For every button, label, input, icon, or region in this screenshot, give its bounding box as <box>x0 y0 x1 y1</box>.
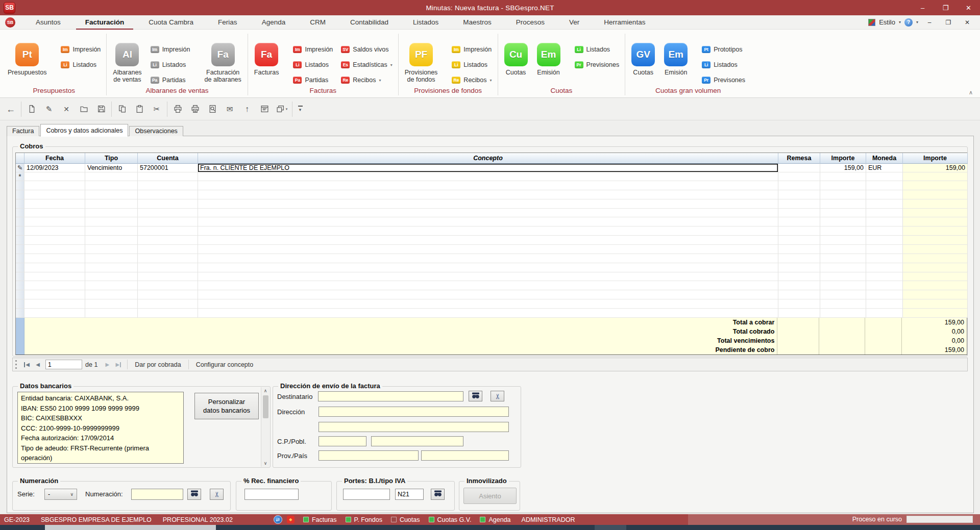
app-logo-small-icon[interactable]: SB <box>5 17 15 28</box>
ribbon-button-listados[interactable]: LiListados <box>702 61 745 68</box>
ribbon-button-albaranes-de-ventas[interactable]: AlAlbaranes de ventas <box>108 43 146 83</box>
cell-fecha[interactable] <box>24 172 85 181</box>
ribbon-button-partidas[interactable]: PaPartidas <box>293 77 333 84</box>
help-icon[interactable]: ? <box>904 18 913 27</box>
toolbar-back-button[interactable]: ← <box>2 100 19 118</box>
column-header-fecha-1[interactable]: Fecha <box>24 153 85 164</box>
first-record-button[interactable]: ◀ <box>21 362 32 367</box>
ribbon-button-emision[interactable]: EmEmisión <box>659 43 692 76</box>
chevron-down-icon[interactable]: ▾ <box>916 20 918 24</box>
column-header-cuenta-3[interactable]: Cuenta <box>138 153 198 164</box>
ribbon-button-previsiones[interactable]: PrPrevisiones <box>575 61 620 68</box>
ribbon-collapse-icon[interactable]: ∧ <box>969 89 973 96</box>
search-tipo-iva-button[interactable] <box>431 489 445 500</box>
cell-concepto[interactable] <box>198 172 778 181</box>
tab-cobros-y-datos-adicionales[interactable]: Cobros y datos adicionales <box>40 124 128 137</box>
dar-por-cobrada-button[interactable]: Dar por cobrada <box>131 361 185 368</box>
tab-observaciones[interactable]: Observaciones <box>129 126 183 136</box>
scroll-thumb[interactable] <box>263 395 268 418</box>
toolbar-cut-button[interactable]: ✂ <box>148 100 165 118</box>
menu-item-contabilidad[interactable]: Contabilidad <box>338 15 401 30</box>
clear-destinatario-button[interactable]: ✂ <box>491 391 504 401</box>
cell-importe_eur[interactable]: 159,00 <box>903 164 968 172</box>
ribbon-button-presupuestos[interactable]: PtPresupuestos <box>3 43 51 76</box>
module-indicator-cuotas-g-v[interactable]: Cuotas G.V. <box>429 516 472 523</box>
cell-importe[interactable]: 159,00 <box>820 164 866 172</box>
cell-cuenta[interactable]: 57200001 <box>138 164 198 172</box>
menu-item-maestros[interactable]: Maestros <box>451 15 504 30</box>
row-edit-indicator[interactable]: ✎ <box>16 164 24 172</box>
scrollbar[interactable]: ∧ ∨ <box>261 387 270 467</box>
tipo-iva-input[interactable] <box>395 489 424 500</box>
module-indicator-facturas[interactable]: Facturas <box>303 516 337 523</box>
ribbon-button-listados[interactable]: LiListados <box>61 61 101 68</box>
search-numeracion-button[interactable] <box>187 489 201 500</box>
tab-factura[interactable]: Factura <box>7 126 39 136</box>
cell-fecha[interactable]: 12/09/2023 <box>24 164 85 172</box>
column-header-tipo-2[interactable]: Tipo <box>85 153 138 164</box>
menu-item-listados[interactable]: Listados <box>401 15 451 30</box>
menu-item-ver[interactable]: Ver <box>557 15 592 30</box>
clear-numeracion-button[interactable]: ✂ <box>210 489 224 500</box>
column-header-moneda-7[interactable]: Moneda <box>866 153 903 164</box>
toolbar-delete-button[interactable]: ✕ <box>58 100 75 118</box>
ribbon-button-recibos[interactable]: ReRecibos▾ <box>452 77 492 84</box>
pais-input[interactable] <box>421 450 509 461</box>
ribbon-button-prototipos[interactable]: PtPrototipos <box>702 46 745 53</box>
menu-item-crm[interactable]: CRM <box>298 15 338 30</box>
toolbar-window-list-button[interactable] <box>256 100 273 118</box>
column-header-selector[interactable] <box>16 153 24 164</box>
restore-inner-button[interactable]: ❐ <box>941 19 956 26</box>
serie-select[interactable]: -∨ <box>44 489 77 500</box>
ribbon-button-provisiones-de-fondos[interactable]: PFProvisiones de fondos <box>400 43 443 83</box>
remote-support-icon[interactable]: ⇄ <box>274 515 282 524</box>
cell-moneda[interactable] <box>866 172 903 181</box>
datos-bancarios-text[interactable]: Entidad bancaria: CAIXABANK, S.A. IBAN: … <box>17 392 184 464</box>
drag-grip[interactable] <box>15 360 17 369</box>
restore-button[interactable]: ❐ <box>934 0 957 15</box>
configurar-concepto-button[interactable]: Configurar concepto <box>192 361 258 368</box>
cell-importe_eur[interactable] <box>903 172 968 181</box>
toolbar-save-button[interactable] <box>92 100 110 118</box>
column-header-concepto-4[interactable]: Concepto <box>198 153 778 164</box>
cell-remesa[interactable] <box>778 172 820 181</box>
toolbar-print-button[interactable] <box>169 100 186 118</box>
ribbon-button-recibos[interactable]: ReRecibos▾ <box>341 77 392 84</box>
ribbon-button-saldos-vivos[interactable]: SVSaldos vivos <box>341 46 392 53</box>
minimize-button[interactable]: – <box>911 0 934 15</box>
rec-financiero-input[interactable] <box>244 489 299 500</box>
notification-icon[interactable]: ◆ <box>287 516 295 523</box>
last-record-button[interactable]: ▶ <box>113 362 124 367</box>
menu-item-agenda[interactable]: Agenda <box>250 15 298 30</box>
minimize-inner-button[interactable]: – <box>922 19 937 26</box>
taskbar-app-button[interactable] <box>45 525 216 530</box>
new-row-indicator[interactable]: * <box>16 172 24 181</box>
cell-moneda[interactable]: EUR <box>866 164 903 172</box>
cp-input[interactable] <box>318 436 366 446</box>
ribbon-button-cuotas[interactable]: GVCuotas <box>627 43 659 76</box>
scroll-down-icon[interactable]: ∨ <box>264 461 267 466</box>
ribbon-button-emision[interactable]: EmEmisión <box>532 43 565 76</box>
toolbar-paste-button[interactable] <box>131 100 148 118</box>
toolbar-cascade-windows-button[interactable]: ▾ <box>273 100 290 118</box>
scroll-up-icon[interactable]: ∧ <box>264 388 267 393</box>
ribbon-button-partidas[interactable]: PaPartidas <box>151 77 190 84</box>
cell-concepto[interactable]: Fra. n. CLIENTE DE EJEMPLO <box>198 164 778 172</box>
poblacion-input[interactable] <box>371 436 463 446</box>
provincia-input[interactable] <box>318 450 419 461</box>
ribbon-button-impresion[interactable]: ImImpresión <box>151 46 190 53</box>
personalizar-datos-bancarios-button[interactable]: Personalizar datos bancarios <box>194 393 259 419</box>
cell-cuenta[interactable] <box>138 172 198 181</box>
ribbon-button-impresion[interactable]: ImImpresión <box>61 46 101 53</box>
toolbar-open-button[interactable] <box>75 100 92 118</box>
ribbon-button-facturacion-de-albaranes[interactable]: FaFacturación de albaranes <box>200 43 246 83</box>
estilo-menu[interactable]: Estilo <box>879 18 895 26</box>
menu-item-cuota-cambra[interactable]: Cuota Cambra <box>136 15 206 30</box>
menu-item-ferias[interactable]: Ferias <box>206 15 250 30</box>
toolbar-copy-button[interactable] <box>113 100 131 118</box>
toolbar-preview-button[interactable] <box>204 100 221 118</box>
module-indicator-agenda[interactable]: Agenda <box>480 516 510 523</box>
destinatario-input[interactable] <box>318 391 463 401</box>
menu-item-herramientas[interactable]: Herramientas <box>592 15 657 30</box>
ribbon-button-listados[interactable]: LiListados <box>452 61 492 68</box>
